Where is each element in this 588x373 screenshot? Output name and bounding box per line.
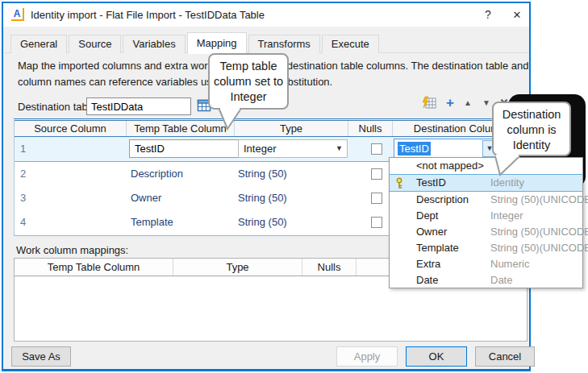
dropdown-item-name: Description (416, 193, 469, 205)
column-mapping-header: Source Column Temp Table Column Type Nul… (15, 120, 527, 137)
type-value: String (50) (238, 216, 287, 228)
row-number: 1 (20, 143, 26, 155)
row-number: 3 (20, 192, 26, 204)
work-header-nulls: Nulls (302, 259, 356, 276)
dropdown-item-type: String (50)(UNICODE) (490, 226, 588, 238)
titlebar[interactable]: A Identity import - Flat File Import - T… (3, 3, 529, 27)
destination-table-input[interactable] (86, 97, 191, 115)
destination-dropdown-list: <not mapped> TestID Identity Description… (389, 157, 583, 288)
callout-destination-identity-tail (492, 155, 524, 177)
dropdown-item-type: Integer (490, 209, 523, 222)
header-source-column: Source Column (15, 121, 126, 136)
tab-strip: General Source Variables Mapping Transfo… (10, 33, 381, 53)
work-header-type: Type (173, 259, 302, 276)
dropdown-item-owner[interactable]: Owner String (50)(UNICODE) (390, 224, 582, 240)
chevron-down-icon: ▼ (336, 140, 343, 157)
dropdown-item-name: Dept (416, 209, 438, 222)
nulls-checkbox[interactable] (371, 217, 382, 228)
add-column-icon[interactable]: + (442, 96, 458, 110)
dropdown-item-name: <not mapped> (416, 160, 484, 172)
tab-execute[interactable]: Execute (322, 35, 379, 53)
tab-general[interactable]: General (10, 35, 67, 53)
automap-icon[interactable] (421, 96, 437, 110)
page: A Identity import - Flat File Import - T… (0, 0, 588, 373)
dropdown-item-type: Numeric (490, 258, 529, 270)
tab-source[interactable]: Source (69, 35, 121, 53)
close-button[interactable]: ✕ (507, 6, 528, 23)
destination-table-label: Destination table (18, 101, 96, 113)
dropdown-item-name: Extra (416, 258, 440, 270)
destination-combobox[interactable]: TestID ▼ (394, 139, 498, 159)
tab-mapping[interactable]: Mapping (187, 32, 247, 54)
dropdown-item-description[interactable]: Description String (50)(UNICODE) (390, 192, 582, 208)
type-value: String (50) (238, 168, 287, 180)
temp-column-value: Template (131, 216, 173, 228)
dropdown-item-type: Identity (490, 176, 524, 189)
callout-destination-identity: Destination column is Identity (492, 102, 571, 156)
help-button[interactable]: ? (477, 6, 498, 23)
cancel-button[interactable]: Cancel (475, 346, 535, 367)
dropdown-item-type: Date (490, 274, 512, 286)
type-dropdown-value: Integer (244, 143, 276, 155)
move-up-icon[interactable]: ▲ (460, 96, 476, 110)
callout-temp-table: Temp table column set to Integer (208, 53, 289, 110)
save-as-button[interactable]: Save As (11, 346, 71, 367)
header-type: Type (234, 121, 348, 136)
table-top-rule (14, 118, 528, 119)
key-icon (395, 177, 406, 189)
dropdown-item-name: Owner (416, 226, 447, 238)
dropdown-item-name: TestID (416, 176, 446, 189)
row-number: 2 (20, 168, 26, 180)
dropdown-item-type: String (50)(UNICODE) (490, 242, 588, 254)
work-mappings-label: Work column mappings: (16, 244, 128, 256)
callout-temp-table-tail (215, 108, 244, 131)
dropdown-item-date[interactable]: Date Date (390, 271, 582, 288)
tab-transforms[interactable]: Transforms (248, 35, 320, 53)
dropdown-item-testid[interactable]: TestID Identity (390, 174, 582, 192)
dropdown-item-not-mapped[interactable]: <not mapped> (390, 158, 582, 174)
dropdown-item-type: String (50)(UNICODE) (490, 193, 588, 205)
type-dropdown[interactable]: Integer ▼ (238, 139, 348, 158)
header-nulls: Nulls (348, 121, 392, 136)
window-title: Identity import - Flat File Import - Tes… (31, 9, 265, 21)
tab-variables[interactable]: Variables (123, 35, 185, 53)
nulls-checkbox[interactable] (371, 193, 382, 204)
dropdown-item-name: Date (416, 274, 438, 286)
temp-column-value: Description (131, 168, 183, 180)
app-icon: A (11, 8, 24, 21)
nulls-checkbox[interactable] (371, 143, 382, 155)
dropdown-item-template[interactable]: Template String (50)(UNICODE) (390, 239, 582, 255)
nulls-checkbox[interactable] (371, 168, 382, 180)
dropdown-item-dept[interactable]: Dept Integer (390, 208, 582, 224)
temp-column-value: Owner (131, 192, 161, 204)
dropdown-item-extra[interactable]: Extra Numeric (390, 255, 582, 271)
type-value: String (50) (238, 192, 287, 204)
destination-combobox-value: TestID (398, 142, 431, 155)
ok-button[interactable]: OK (406, 346, 467, 367)
apply-button: Apply (336, 346, 398, 367)
work-header-temp-table-column: Temp Table Column (15, 259, 173, 276)
dropdown-item-name: Template (416, 242, 459, 254)
temp-column-input[interactable] (129, 139, 244, 158)
row-number: 4 (20, 216, 26, 228)
